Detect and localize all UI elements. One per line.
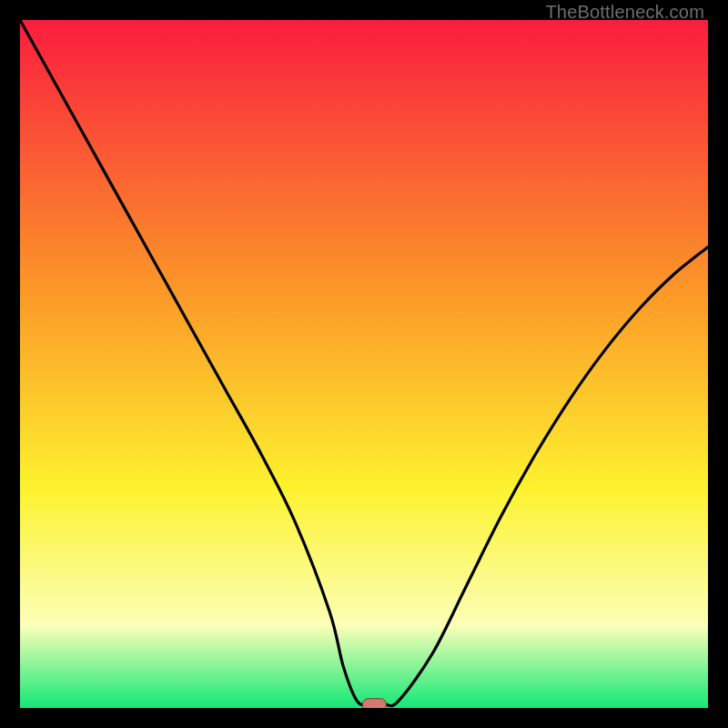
gradient-background: [20, 20, 708, 708]
bottleneck-chart: [20, 20, 708, 708]
optimal-marker: [362, 699, 386, 708]
chart-frame: [20, 20, 708, 708]
